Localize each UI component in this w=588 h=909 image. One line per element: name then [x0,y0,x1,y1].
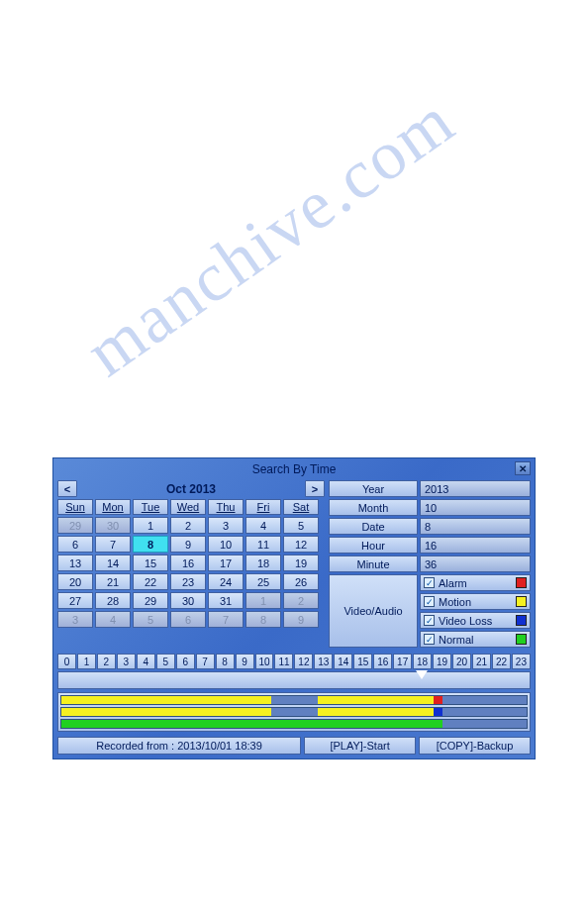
hour-button[interactable]: 8 [216,654,235,669]
hour-button[interactable]: 14 [334,654,352,669]
calendar-day[interactable]: 8 [133,536,168,553]
calendar-day[interactable]: 18 [245,555,281,571]
calendar-day[interactable]: 1 [133,517,168,534]
hour-button[interactable]: 9 [236,654,254,669]
hour-button[interactable]: 5 [156,654,175,669]
track-segment [434,708,442,716]
track-segment [318,708,435,716]
play-button[interactable]: [PLAY]-Start [304,737,416,755]
close-button[interactable]: ✕ [515,461,531,475]
calendar-day[interactable]: 27 [57,592,93,609]
hour-button[interactable]: 15 [353,654,372,669]
calendar-day[interactable]: 21 [95,573,131,590]
hour-button[interactable]: 20 [452,654,471,669]
calendar-day[interactable]: 28 [95,592,131,609]
datetime-panel: Year2013Month10Date8Hour16Minute36 Video… [329,480,531,650]
calendar-day[interactable]: 4 [95,611,131,628]
calendar-day[interactable]: 29 [57,517,93,534]
calendar-day[interactable]: 26 [283,573,319,590]
hour-button[interactable]: 1 [77,654,96,669]
calendar-day[interactable]: 11 [245,536,281,553]
calendar-day[interactable]: 10 [208,536,244,553]
calendar-day[interactable]: 6 [170,611,206,628]
hour-button[interactable]: 0 [57,654,76,669]
day-header: Tue [133,499,168,515]
recording-track [60,719,528,729]
calendar-day[interactable]: 25 [245,573,281,590]
timeline-scrubber[interactable] [57,671,531,689]
hour-button[interactable]: 16 [373,654,392,669]
calendar-day[interactable]: 8 [245,611,281,628]
calendar-day[interactable]: 2 [283,592,319,609]
calendar-day[interactable]: 3 [208,517,244,534]
checkbox[interactable]: ✓ [424,596,435,607]
calendar-day[interactable]: 15 [133,555,168,571]
checkbox[interactable]: ✓ [424,615,435,626]
date-value[interactable]: 8 [420,518,531,535]
calendar-day[interactable]: 23 [170,573,206,590]
hour-button[interactable]: 11 [274,654,293,669]
track-segment [61,720,442,728]
search-by-time-dialog: Search By Time ✕ < Oct 2013 > SunMonTueW… [52,457,536,759]
hour-button[interactable]: 22 [492,654,511,669]
calendar-day[interactable]: 20 [57,573,93,590]
calendar-day[interactable]: 5 [133,611,168,628]
checkbox[interactable]: ✓ [424,577,435,588]
hour-button[interactable]: 7 [196,654,215,669]
calendar-day[interactable]: 17 [208,555,244,571]
calendar-day[interactable]: 24 [208,573,244,590]
year-value[interactable]: 2013 [420,480,531,497]
dialog-title: Search By Time [252,462,337,476]
calendar-day[interactable]: 30 [170,592,206,609]
timeline-marker-icon[interactable] [416,670,428,679]
prev-month-button[interactable]: < [57,480,77,497]
calendar-day[interactable]: 2 [170,517,206,534]
hour-button[interactable]: 18 [413,654,432,669]
calendar-day[interactable]: 7 [208,611,244,628]
calendar-day[interactable]: 19 [283,555,319,571]
watermark-text: manchive.com [71,44,522,392]
video-audio-label: Video/Audio [329,574,418,648]
minute-value[interactable]: 36 [420,556,531,572]
next-month-button[interactable]: > [305,480,325,497]
hour-button[interactable]: 2 [97,654,116,669]
calendar-day[interactable]: 14 [95,555,131,571]
calendar-day[interactable]: 1 [245,592,281,609]
hour-button[interactable]: 13 [314,654,333,669]
calendar-day[interactable]: 13 [57,555,93,571]
calendar-day[interactable]: 7 [95,536,131,553]
calendar-day[interactable]: 6 [57,536,93,553]
track-segment [61,696,271,704]
calendar-day[interactable]: 5 [283,517,319,534]
hour-button[interactable]: 4 [137,654,155,669]
hour-button[interactable]: 6 [176,654,195,669]
calendar-day[interactable]: 9 [283,611,319,628]
hour-button[interactable]: 10 [255,654,274,669]
calendar-day[interactable]: 29 [133,592,168,609]
calendar-day[interactable]: 31 [208,592,244,609]
year-label: Year [329,480,418,497]
hour-button[interactable]: 17 [393,654,412,669]
calendar-day[interactable]: 12 [283,536,319,553]
day-header: Thu [208,499,244,515]
hour-button[interactable]: 3 [117,654,136,669]
legend-item-alarm: ✓Alarm [420,574,531,591]
hour-label: Hour [329,537,418,554]
calendar-day[interactable]: 30 [95,517,131,534]
checkbox[interactable]: ✓ [424,634,435,645]
calendar-day[interactable]: 3 [57,611,93,628]
calendar-day[interactable]: 16 [170,555,206,571]
hour-button[interactable]: 12 [294,654,313,669]
calendar-day[interactable]: 22 [133,573,168,590]
title-bar: Search By Time ✕ [55,460,533,478]
day-header: Sat [283,499,319,515]
hour-button[interactable]: 21 [472,654,491,669]
calendar-day[interactable]: 9 [170,536,206,553]
calendar-day[interactable]: 4 [245,517,281,534]
track-segment [61,708,271,716]
hour-value[interactable]: 16 [420,537,531,554]
hour-button[interactable]: 19 [433,654,451,669]
copy-button[interactable]: [COPY]-Backup [419,737,531,755]
month-value[interactable]: 10 [420,499,531,516]
hour-button[interactable]: 23 [512,654,531,669]
